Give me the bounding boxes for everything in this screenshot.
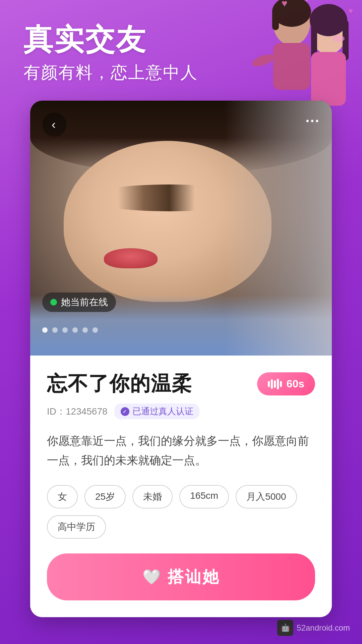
svg-text:✓: ✓ [123, 409, 127, 414]
online-text: 她当前在线 [61, 296, 108, 309]
tags-row-2: 高中学历 [47, 515, 315, 539]
profile-name: 忘不了你的温柔 [47, 370, 192, 397]
photo-dot-5[interactable] [82, 327, 88, 333]
verified-icon: ✓ [120, 407, 130, 416]
photo-section: ‹ ··· 她当前在线 [30, 101, 332, 356]
tag-height: 165cm [179, 485, 229, 508]
audio-wave-icon [268, 379, 282, 389]
more-icon: ··· [305, 113, 320, 129]
tag-marital: 未婚 [132, 485, 173, 508]
back-icon: ‹ [52, 119, 56, 131]
tag-gender: 女 [47, 485, 78, 508]
watermark: 🤖 52android.com [277, 620, 350, 636]
verified-badge: ✓ 已通过真人认证 [114, 404, 199, 419]
more-button[interactable]: ··· [305, 113, 320, 129]
tags-row: 女 25岁 未婚 165cm 月入5000 [47, 485, 315, 508]
verified-text: 已通过真人认证 [132, 406, 193, 417]
cta-heart-icon: 🤍 [142, 568, 161, 586]
online-dot [50, 299, 57, 306]
tag-education: 高中学历 [47, 515, 106, 539]
sub-title: 有颜有料，恋上意中人 [23, 61, 339, 84]
header-section: 真实交友 有颜有料，恋上意中人 [0, 0, 362, 84]
name-row: 忘不了你的温柔 60s [47, 370, 315, 397]
photo-fade [225, 101, 332, 356]
cta-button[interactable]: 🤍 搭讪她 [47, 553, 315, 600]
photo-dot-1[interactable] [42, 327, 48, 333]
profile-id: ID：12345678 [47, 405, 108, 418]
back-button[interactable]: ‹ [42, 113, 66, 137]
photo-dot-4[interactable] [72, 327, 78, 333]
photo-dots [42, 327, 98, 333]
photo-dot-3[interactable] [62, 327, 68, 333]
tag-income: 月入5000 [236, 485, 297, 508]
tag-age: 25岁 [84, 485, 126, 508]
profile-bio: 你愿意靠近一点，我们的缘分就多一点，你愿意向前一点，我们的未来就确定一点。 [47, 431, 315, 470]
audio-duration: 60s [287, 378, 304, 390]
photo-dot-6[interactable] [93, 327, 98, 333]
main-title: 真实交友 [23, 23, 339, 56]
watermark-text: 52android.com [297, 623, 350, 633]
cta-label: 搭讪她 [168, 566, 220, 588]
watermark-icon: 🤖 [277, 620, 293, 636]
profile-card: ‹ ··· 她当前在线 忘不了你的温柔 [30, 101, 332, 617]
portrait-lips [104, 248, 158, 268]
profile-info: 忘不了你的温柔 60s ID：12345678 ✓ [30, 356, 332, 617]
audio-button[interactable]: 60s [257, 372, 315, 395]
online-badge: 她当前在线 [42, 292, 116, 312]
id-row: ID：12345678 ✓ 已通过真人认证 [47, 404, 315, 419]
photo-dot-2[interactable] [52, 327, 58, 333]
